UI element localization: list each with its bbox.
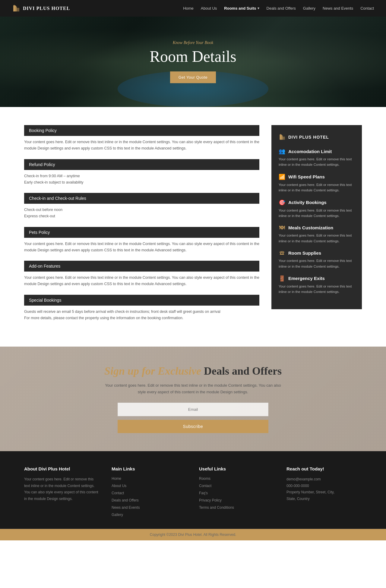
- footer-grid: About Divi Plus Hotel Your content goes …: [24, 466, 362, 520]
- sidebar-emergency: 🚪 Emergency Exits Your content goes here…: [279, 275, 355, 295]
- footer-link-news[interactable]: News and Events: [112, 505, 140, 510]
- deals-title: Sign up for Exclusive Deals and Offers: [104, 365, 282, 377]
- policy-special-header: Special Bookings: [24, 295, 259, 306]
- logo-icon: [12, 4, 21, 13]
- main-content: Booking Policy Your content goes here. E…: [0, 107, 386, 347]
- policy-pets-body: Your content goes here. Edit or remove t…: [24, 241, 259, 254]
- svg-rect-2: [16, 8, 19, 11]
- deals-email-input[interactable]: [118, 403, 268, 416]
- nav-deals[interactable]: Deals and Offers: [267, 6, 296, 11]
- meals-icon: 🍽: [279, 225, 285, 231]
- footer-link-deals[interactable]: Deals and Offers: [112, 498, 139, 502]
- footer-reach-out-phone: 000-000-0000: [286, 483, 362, 489]
- accommodation-icon: 👥: [279, 148, 285, 155]
- hero-cta-button[interactable]: Get Your Quote: [170, 71, 216, 83]
- footer-link-about[interactable]: About Us: [112, 484, 126, 488]
- hero-title: Room Details: [150, 48, 236, 65]
- policy-pets: Pets Policy Your content goes here. Edit…: [24, 227, 259, 254]
- policy-checkin-body: Check-out before noonExpress check-out: [24, 207, 259, 220]
- policy-refund: Refund Policy Check-in from 9:00 AM – an…: [24, 159, 259, 186]
- deals-subscribe-button[interactable]: Subscribe: [118, 420, 268, 433]
- sidebar: DIVI PLUS HOTEL 👥 Accomodation Limit You…: [271, 125, 362, 309]
- footer-link-contact2[interactable]: Contact: [199, 484, 211, 488]
- sidebar-logo: DIVI PLUS HOTEL: [279, 134, 355, 141]
- svg-rect-4: [16, 6, 16, 7]
- footer-reach-out-col: Reach out Today! demo@example.com 000-00…: [286, 466, 362, 520]
- footer-link-rooms[interactable]: Rooms: [199, 476, 210, 481]
- sidebar-supplies: 🛎 Room Supplies Your content goes here. …: [279, 250, 355, 269]
- sidebar-wifi: 📶 Wifi Speed Plans Your content goes her…: [279, 174, 355, 193]
- sidebar-supplies-text: Your content goes here. Edit or remove t…: [279, 258, 355, 269]
- footer-link-home[interactable]: Home: [112, 476, 121, 481]
- nav-rooms[interactable]: Rooms and Suits: [224, 6, 259, 11]
- sidebar-meals-text: Your content goes here. Edit or remove t…: [279, 233, 355, 244]
- policy-addon-body: Your content goes here. Edit or remove t…: [24, 275, 259, 288]
- footer-about-text: Your content goes here. Edit or remove t…: [24, 476, 100, 502]
- footer-link-gallery[interactable]: Gallery: [112, 513, 123, 517]
- navbar-logo[interactable]: DIVI PLUS HOTEL: [12, 4, 70, 13]
- sidebar-accommodation-title: 👥 Accomodation Limit: [279, 148, 355, 155]
- footer-link-contact[interactable]: Contact: [112, 491, 124, 495]
- nav-news[interactable]: News and Events: [323, 6, 353, 11]
- deals-title-highlight: Sign up for Exclusive: [104, 365, 201, 377]
- emergency-icon: 🚪: [279, 275, 285, 282]
- footer-reach-out-address2: State, Country: [286, 496, 362, 502]
- sidebar-supplies-title: 🛎 Room Supplies: [279, 250, 355, 256]
- footer-useful-links-col: Useful Links Rooms Contact Faq's Privacy…: [199, 466, 274, 520]
- policy-special-body: Guests will receive an email 5 days befo…: [24, 309, 259, 322]
- sidebar-activity-title: 🎯 Activity Bookings: [279, 199, 355, 206]
- policy-checkin-header: Check-in and Check-out Rules: [24, 193, 259, 204]
- footer-main-links-list: Home About Us Contact Deals and Offers N…: [112, 476, 187, 517]
- policy-pets-header: Pets Policy: [24, 227, 259, 238]
- footer-reach-out-title: Reach out Today!: [286, 466, 362, 471]
- sidebar-activity: 🎯 Activity Bookings Your content goes he…: [279, 199, 355, 219]
- footer-link-privacy[interactable]: Privacy Policy: [199, 498, 222, 502]
- sidebar-meals: 🍽 Meals Customization Your content goes …: [279, 225, 355, 244]
- sidebar-wifi-title: 📶 Wifi Speed Plans: [279, 174, 355, 180]
- svg-rect-7: [282, 137, 285, 140]
- sidebar-accommodation-text: Your content goes here. Edit or remove t…: [279, 156, 355, 168]
- nav-about[interactable]: About Us: [201, 6, 217, 11]
- hero-subtitle: Know Before Your Book: [173, 40, 214, 45]
- footer-about-title: About Divi Plus Hotel: [24, 466, 100, 471]
- footer-main-links-col: Main Links Home About Us Contact Deals a…: [112, 466, 187, 520]
- deals-title-rest: Deals and Offers: [201, 365, 282, 377]
- sidebar-accommodation: 👥 Accomodation Limit Your content goes h…: [279, 148, 355, 168]
- policy-checkin: Check-in and Check-out Rules Check-out b…: [24, 193, 259, 220]
- footer-about-col: About Divi Plus Hotel Your content goes …: [24, 466, 100, 520]
- footer-link-terms[interactable]: Terms and Conditions: [199, 505, 234, 510]
- hero-section: Know Before Your Book Room Details Get Y…: [0, 17, 386, 107]
- policy-booking-header: Booking Policy: [24, 125, 259, 136]
- footer-main-links-title: Main Links: [112, 466, 187, 471]
- footer-reach-out-email: demo@example.com: [286, 476, 362, 483]
- sidebar-activity-text: Your content goes here. Edit or remove t…: [279, 208, 355, 219]
- sidebar-logo-text: DIVI PLUS HOTEL: [288, 135, 329, 140]
- policy-refund-header: Refund Policy: [24, 159, 259, 170]
- policy-special: Special Bookings Guests will receive an …: [24, 295, 259, 322]
- svg-rect-8: [280, 134, 281, 135]
- navbar-logo-text: DIVI PLUS HOTEL: [23, 6, 70, 11]
- nav-home[interactable]: Home: [183, 6, 194, 11]
- sidebar-logo-icon: [279, 134, 286, 141]
- policy-addon-header: Add-on Features: [24, 261, 259, 272]
- footer: About Divi Plus Hotel Your content goes …: [0, 451, 386, 540]
- sidebar-wifi-text: Your content goes here. Edit or remove t…: [279, 182, 355, 193]
- footer-useful-links-title: Useful Links: [199, 466, 274, 471]
- svg-rect-3: [14, 5, 14, 6]
- navbar-nav: Home About Us Rooms and Suits Deals and …: [183, 6, 374, 11]
- sidebar-emergency-title: 🚪 Emergency Exits: [279, 275, 355, 282]
- footer-useful-links-list: Rooms Contact Faq's Privacy Policy Terms…: [199, 476, 274, 510]
- nav-gallery[interactable]: Gallery: [303, 6, 315, 11]
- deals-subtitle: Your content goes here. Edit or remove t…: [103, 382, 283, 395]
- sidebar-emergency-text: Your content goes here. Edit or remove t…: [279, 284, 355, 295]
- sidebar-meals-title: 🍽 Meals Customization: [279, 225, 355, 231]
- svg-rect-9: [282, 135, 282, 136]
- footer-reach-out-address: Property Number, Street, City,: [286, 489, 362, 496]
- policy-booking: Booking Policy Your content goes here. E…: [24, 125, 259, 152]
- nav-contact[interactable]: Contact: [360, 6, 374, 11]
- policy-booking-body: Your content goes here. Edit or remove t…: [24, 139, 259, 152]
- footer-link-faq[interactable]: Faq's: [199, 491, 208, 495]
- wifi-icon: 📶: [279, 174, 285, 180]
- policy-addon: Add-on Features Your content goes here. …: [24, 261, 259, 288]
- deals-section: Sign up for Exclusive Deals and Offers Y…: [0, 347, 386, 451]
